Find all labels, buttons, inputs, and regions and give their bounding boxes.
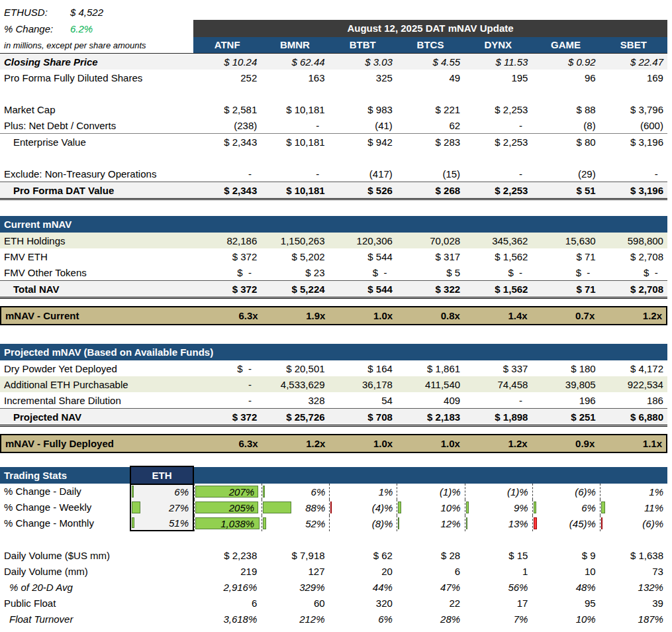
value-cell: $ 11.53: [464, 56, 532, 68]
pct-change-label: % Change:: [0, 23, 68, 34]
value-cell: $ 1,562: [464, 284, 532, 295]
ticker-header-game: GAME: [532, 37, 599, 53]
value-cell: $ 62.44: [261, 56, 328, 68]
row-label: FMV Other Tokens: [0, 267, 193, 278]
report-title: August 12, 2025 DAT mNAV Update: [193, 20, 667, 37]
value-cell: $ 544: [329, 251, 397, 262]
pct-change-line: % Change: 6.2%: [0, 21, 193, 37]
value-cell: (15): [397, 168, 464, 180]
value-cell: $ 2,183: [397, 411, 464, 423]
value-cell: $ 28: [397, 550, 464, 561]
pct-value: 6%: [581, 502, 600, 513]
value-cell: -: [464, 395, 532, 406]
pct-cell: (1)%: [397, 484, 464, 500]
ticker-header-sbet: SBET: [600, 37, 667, 53]
value-cell: $ -: [193, 267, 261, 278]
section-gap: [0, 453, 667, 467]
value-cell: 36,178: [329, 379, 397, 390]
table-row: Plus: Net Debt / Converts(238)- (41)62- …: [0, 117, 667, 133]
table-row: Total NAV$ 372$ 5,224$ 544$ 322$ 1,562$ …: [0, 280, 667, 299]
row-label: Incremental Share Dilution: [0, 395, 193, 406]
table-row: % Change - Daily6%207%6%1%(1)%(1)%(6)%1%: [0, 484, 667, 500]
row-label: FMV ETH: [0, 251, 193, 262]
value-cell: $ 62: [329, 550, 397, 561]
units-note: in millions, except per share amounts: [0, 37, 193, 53]
row-label: mNAV - Current: [1, 310, 195, 321]
value-cell: $ 3,196: [600, 185, 667, 196]
value-cell: 163: [261, 72, 328, 83]
value-cell: 39: [600, 598, 667, 609]
value-cell: 10: [532, 566, 599, 577]
value-cell: 28%: [397, 613, 464, 625]
value-cell: 252: [193, 72, 261, 83]
value-cell: -: [193, 379, 261, 390]
section-gap: [0, 299, 667, 306]
value-cell: 17: [464, 598, 532, 609]
data-bar: [132, 501, 140, 513]
value-cell: $ 942: [329, 136, 397, 148]
value-cell: $ -: [600, 267, 667, 278]
value-cell: $ 2,253: [464, 185, 532, 196]
row-label: Total NAV: [0, 284, 193, 295]
value-cell: (600): [600, 120, 667, 131]
value-cell: $ 0.92: [532, 56, 599, 68]
pct-value: 88%: [305, 502, 329, 513]
ticker-header-dynx: DYNX: [464, 37, 532, 53]
blank-row: [0, 85, 667, 101]
value-cell: $ 2,708: [600, 251, 667, 262]
value-cell: 60: [261, 598, 328, 609]
pct-cell: (6)%: [532, 484, 600, 500]
value-cell: 345,362: [464, 235, 532, 246]
row-label: ETH Holdings: [0, 235, 193, 246]
value-cell: $ 6,880: [600, 411, 667, 423]
current-mnav-block: ETH Holdings82,1861,150,263120,30670,028…: [0, 233, 667, 299]
blank-row: [0, 531, 667, 547]
data-bar: [398, 501, 401, 513]
value-cell: $ 3.03: [329, 56, 397, 68]
pct-cell: 6%: [262, 484, 329, 500]
pct-cell: 52%: [262, 515, 329, 531]
value-cell: $ 983: [329, 104, 397, 115]
mnav-value-cell: 1.9x: [262, 310, 330, 321]
section-gap: [0, 427, 667, 434]
section-header-current-mnav: Current mNAV: [0, 216, 667, 233]
spacer: [193, 0, 667, 20]
value-cell: -: [600, 168, 667, 180]
value-cell: $ 268: [397, 185, 464, 196]
value-cell: $ 372: [193, 411, 261, 423]
pct-cell: 51%: [130, 515, 194, 531]
value-cell: $ 1,861: [397, 363, 464, 374]
mnav-value-cell: 0.7x: [532, 310, 599, 321]
pct-value: 9%: [514, 502, 532, 513]
section-title: Projected mNAV (Based on Available Funds…: [4, 346, 213, 358]
value-cell: $ 23: [261, 267, 328, 278]
table-row: Float Turnover3,618%212%6%28%7%10%187%: [0, 611, 667, 627]
value-cell: 54: [329, 395, 397, 406]
row-label: % Change - Daily: [0, 484, 130, 500]
value-cell: 196: [532, 395, 599, 406]
value-cell: 1: [464, 566, 532, 577]
value-cell: 127: [261, 566, 328, 577]
value-cell: $ 708: [329, 411, 397, 423]
value-cell: $ 2,253: [464, 136, 532, 148]
value-cell: $ 372: [193, 284, 261, 295]
table-row: Pro Forma DAT Value$ 2,343$ 10,181$ 526$…: [0, 182, 667, 200]
ethusd-line: ETHUSD: $ 4,522: [0, 4, 193, 21]
value-cell: 328: [261, 395, 328, 406]
value-cell: 56%: [464, 582, 532, 593]
value-cell: $ 9: [532, 550, 599, 561]
value-cell: 7%: [464, 613, 532, 625]
mnav-current-band: mNAV - Current 6.3x1.9x1.0x0.8x1.4x0.7x1…: [0, 306, 667, 325]
data-bar: [263, 486, 265, 498]
data-bar: [263, 517, 266, 529]
value-cell: $ 15: [464, 550, 532, 561]
data-bar: [466, 501, 469, 513]
value-cell: $ 180: [532, 363, 599, 374]
value-cell: $ 88: [532, 104, 599, 115]
value-cell: -: [261, 168, 328, 180]
value-cell: -: [464, 168, 532, 180]
row-label: Projected NAV: [0, 411, 193, 423]
row-label: Closing Share Price: [0, 56, 193, 68]
table-row: Pro Forma Fully Diluted Shares2521633254…: [0, 70, 667, 85]
table-row: Daily Volume (mm)21912720611073: [0, 563, 667, 579]
